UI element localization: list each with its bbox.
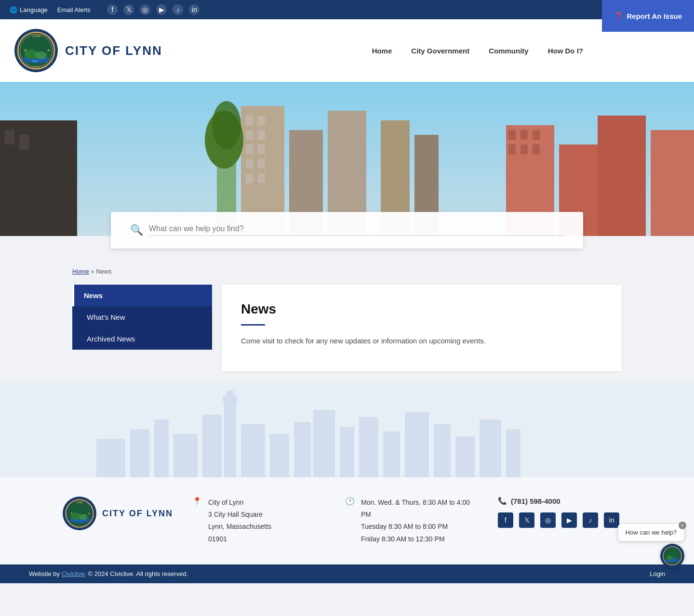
- svg-text:★: ★: [88, 512, 90, 515]
- hours-line3: Friday 8:30 AM to 12:30 PM: [361, 533, 479, 545]
- svg-rect-41: [651, 130, 694, 236]
- svg-rect-22: [258, 159, 265, 169]
- report-issue-button[interactable]: ❓ Report An Issue: [602, 0, 694, 32]
- site-header: ≈≈ LYNN MASS ★ ★ CITY OF LYNN Home City …: [0, 19, 694, 82]
- svg-text:★: ★: [47, 48, 50, 52]
- svg-rect-23: [246, 173, 253, 183]
- svg-rect-36: [508, 144, 516, 154]
- footer-twitter-icon[interactable]: 𝕏: [519, 512, 534, 528]
- civiclive-link[interactable]: Civiclive: [62, 570, 85, 577]
- logo-area[interactable]: ≈≈ LYNN MASS ★ ★ CITY OF LYNN: [14, 29, 162, 72]
- chat-avatar-button[interactable]: [660, 544, 684, 568]
- address-line3: Lynn, Massachusetts: [208, 521, 271, 533]
- svg-text:≈≈: ≈≈: [32, 58, 38, 64]
- svg-rect-48: [224, 400, 236, 477]
- svg-rect-45: [154, 419, 169, 477]
- sidebar-item-archived-news[interactable]: Archived News: [72, 328, 212, 350]
- search-section: 🔍: [111, 212, 583, 249]
- breadcrumb-home[interactable]: Home: [72, 268, 89, 275]
- footer-logo: LYNN ★ ★: [63, 497, 96, 530]
- footer-address: City of Lynn 3 City Hall Square Lynn, Ma…: [208, 497, 271, 545]
- content-title: News: [241, 301, 602, 317]
- nav-community[interactable]: Community: [489, 47, 529, 55]
- email-alerts-label: Email Alerts: [57, 6, 91, 13]
- address-line2: 3 City Hall Square: [208, 509, 271, 521]
- phone-icon: 📞: [498, 497, 507, 505]
- sidebar-item-news[interactable]: News: [72, 285, 212, 306]
- svg-rect-52: [270, 434, 289, 477]
- site-title: CITY OF LYNN: [65, 43, 162, 58]
- svg-rect-56: [359, 417, 378, 477]
- svg-rect-17: [246, 130, 253, 140]
- svg-rect-37: [520, 144, 528, 154]
- svg-rect-57: [383, 432, 400, 477]
- chat-avatar-seal: [663, 546, 682, 565]
- question-icon: ❓: [614, 12, 623, 20]
- content-description: Come visit to check for any new updates …: [241, 335, 602, 347]
- city-silhouette: [0, 381, 694, 477]
- main-navigation: Home City Government Community How Do I?: [372, 47, 680, 55]
- linkedin-icon[interactable]: in: [189, 4, 200, 15]
- nav-how-do-i[interactable]: How Do I?: [548, 47, 583, 55]
- footer-main: LYNN ★ ★ CITY OF LYNN 📍 City of Lynn 3 C…: [0, 477, 694, 564]
- footer-linkedin-icon[interactable]: in: [604, 512, 619, 528]
- footer-copyright: Website by Civiclive. © 2024 Civiclive. …: [29, 570, 188, 577]
- main-layout: News What's New Archived News News Come …: [72, 285, 622, 371]
- svg-point-27: [212, 101, 241, 149]
- footer-instagram-icon[interactable]: ◎: [540, 512, 556, 528]
- svg-rect-55: [340, 427, 354, 477]
- svg-rect-59: [434, 424, 451, 477]
- footer-seal-svg: LYNN ★ ★: [65, 499, 94, 528]
- location-icon: 📍: [192, 497, 202, 506]
- breadcrumb-current: News: [96, 268, 112, 275]
- footer-logo-area: LYNN ★ ★ CITY OF LYNN: [63, 497, 173, 530]
- top-bar: 🌐 Language Email Alerts f 𝕏 ◎ ▶ ♪ in ❓ R…: [0, 0, 694, 19]
- address-line4: 01901: [208, 533, 271, 545]
- svg-rect-51: [241, 424, 265, 477]
- footer-login-link[interactable]: Login: [650, 570, 665, 577]
- footer-facebook-icon[interactable]: f: [498, 512, 513, 528]
- breadcrumb-separator: »: [91, 268, 96, 275]
- svg-text:★: ★: [70, 512, 73, 515]
- chat-close-button[interactable]: ×: [679, 522, 686, 529]
- sidebar-item-whats-new[interactable]: What's New: [72, 306, 212, 328]
- tiktok-icon[interactable]: ♪: [173, 4, 183, 15]
- svg-rect-46: [174, 434, 198, 477]
- svg-rect-44: [130, 429, 149, 477]
- footer-hours: Mon. Wed. & Thurs. 8:30 AM to 4:00 PM Tu…: [361, 497, 479, 545]
- svg-rect-34: [520, 130, 528, 140]
- facebook-icon[interactable]: f: [107, 4, 118, 15]
- phone-number: (781) 598-4000: [511, 497, 561, 505]
- svg-point-67: [79, 514, 88, 520]
- svg-rect-38: [533, 144, 540, 154]
- svg-rect-58: [405, 412, 429, 477]
- svg-rect-21: [246, 159, 253, 169]
- footer-phone: 📞 (781) 598-4000: [498, 497, 631, 505]
- city-seal-svg: ≈≈ LYNN MASS ★ ★: [17, 31, 55, 70]
- svg-point-74: [667, 555, 673, 560]
- footer-tiktok-icon[interactable]: ♪: [583, 512, 598, 528]
- city-logo: ≈≈ LYNN MASS ★ ★: [14, 29, 58, 72]
- footer-contact-col: 📞 (781) 598-4000 f 𝕏 ◎ ▶ ♪ in: [498, 497, 631, 528]
- footer-city-name: CITY OF LYNN: [102, 509, 173, 519]
- svg-text:MASS: MASS: [33, 66, 40, 68]
- content-area: Home » News News What's New Archived New…: [63, 268, 631, 371]
- nav-city-government[interactable]: City Government: [411, 47, 469, 55]
- top-bar-left: 🌐 Language Email Alerts f 𝕏 ◎ ▶ ♪ in: [10, 4, 200, 15]
- breadcrumb: Home » News: [72, 268, 622, 275]
- chat-bubble-text: How can we help?: [626, 529, 677, 536]
- language-label: Language: [20, 6, 48, 13]
- sidebar: News What's New Archived News: [72, 285, 212, 350]
- instagram-icon[interactable]: ◎: [140, 4, 150, 15]
- footer-grid: LYNN ★ ★ CITY OF LYNN 📍 City of Lynn 3 C…: [63, 497, 631, 545]
- footer-youtube-icon[interactable]: ▶: [561, 512, 577, 528]
- youtube-icon[interactable]: ▶: [156, 4, 167, 15]
- twitter-icon[interactable]: 𝕏: [123, 4, 134, 15]
- email-alerts-link[interactable]: Email Alerts: [57, 6, 91, 13]
- search-input[interactable]: [149, 224, 564, 236]
- nav-home[interactable]: Home: [372, 47, 392, 55]
- svg-rect-35: [533, 130, 540, 140]
- svg-rect-40: [598, 116, 646, 236]
- silhouette-svg: [0, 381, 694, 477]
- language-link[interactable]: 🌐 Language: [10, 6, 48, 13]
